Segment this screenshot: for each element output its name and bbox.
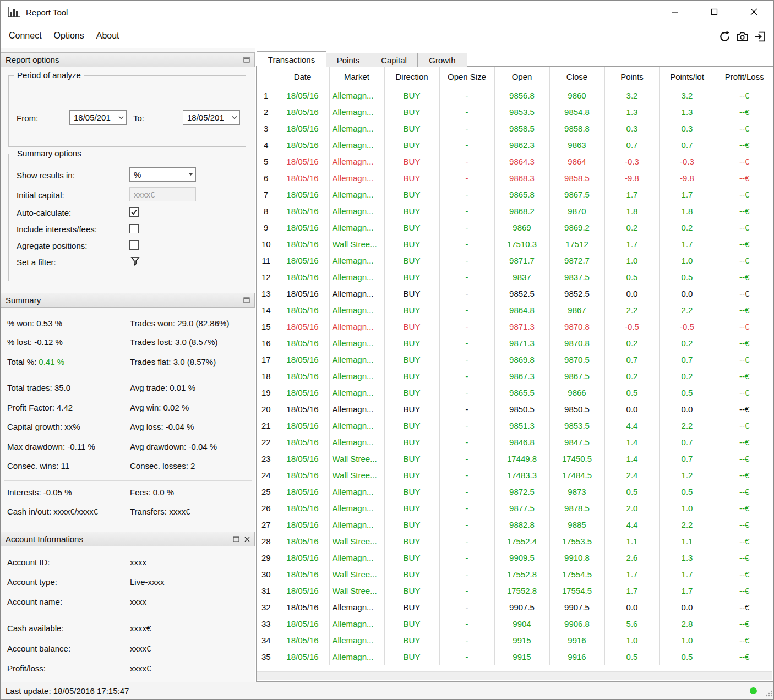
table-row[interactable]: 1218/05/16Allemagn...BUY-98379837.50.50.… [257, 269, 774, 285]
close-panel-icon[interactable] [244, 537, 250, 542]
tab-points[interactable]: Points [326, 53, 370, 67]
table-row[interactable]: 3018/05/16Wall Stree...BUY-17552.817554.… [257, 566, 774, 582]
tab-transactions[interactable]: Transactions [257, 51, 326, 68]
table-row[interactable]: 118/05/16Allemagn...BUY-9856.898603.23.2… [257, 87, 774, 103]
set-filter-label: Set a filter: [17, 258, 56, 267]
close-cell: 9858.5 [549, 169, 604, 186]
table-row[interactable]: 1618/05/16Allemagn...BUY-9871.39870.80.2… [257, 335, 774, 351]
profit-loss-cell: --€ [715, 599, 774, 615]
table-row[interactable]: 2918/05/16Allemagn...BUY-9909.59910.82.6… [257, 549, 774, 566]
filter-funnel-icon[interactable] [130, 256, 140, 267]
include-interests-checkbox[interactable] [129, 224, 139, 233]
direction-cell: BUY [384, 103, 439, 120]
show-results-select[interactable]: % [129, 167, 196, 182]
to-date-select[interactable]: 18/05/201 [183, 110, 240, 125]
float-panel-icon[interactable] [233, 536, 239, 542]
table-row[interactable]: 1918/05/16Allemagn...BUY-9865.598660.50.… [257, 384, 774, 401]
date-cell: 18/05/16 [276, 351, 329, 368]
float-panel-icon[interactable] [243, 297, 250, 303]
open-size-cell: - [439, 153, 494, 169]
table-row[interactable]: 218/05/16Allemagn...BUY-9853.59854.81.31… [257, 103, 774, 120]
table-row[interactable]: 3218/05/16Allemagn...BUY-9907.59907.50.0… [257, 599, 774, 615]
menu-connect[interactable]: Connect [3, 26, 48, 45]
table-row[interactable]: 1118/05/16Allemagn...BUY-9871.79872.71.0… [257, 252, 774, 269]
header-row-number[interactable] [257, 67, 276, 87]
maximize-button[interactable] [694, 1, 734, 23]
table-row[interactable]: 3418/05/16Allemagn...BUY-991599161.01.0-… [257, 632, 774, 648]
header-open-size[interactable]: Open Size [439, 67, 494, 87]
close-button[interactable] [734, 1, 773, 23]
initial-capital-label: Initial capital: [17, 190, 64, 200]
table-row[interactable]: 1418/05/16Allemagn...BUY-9864.898672.22.… [257, 302, 774, 318]
initial-capital-input[interactable] [129, 187, 196, 201]
agregate-positions-checkbox[interactable] [129, 240, 139, 250]
close-cell: 17512 [549, 236, 604, 252]
profit-loss-cell: --€ [715, 368, 774, 384]
table-row[interactable]: 2718/05/16Allemagn...BUY-9882.898854.42.… [257, 516, 774, 533]
table-row[interactable]: 1718/05/16Allemagn...BUY-9869.89870.50.7… [257, 351, 774, 368]
table-row[interactable]: 718/05/16Allemagn...BUY-9865.89867.51.71… [257, 186, 774, 203]
table-row[interactable]: 2618/05/16Allemagn...BUY-9877.59878.52.0… [257, 500, 774, 516]
menu-about[interactable]: About [90, 26, 126, 45]
summary-stat: Cash in/out: xxxx€/xxxx€ [7, 507, 98, 516]
table-row[interactable]: 318/05/16Allemagn...BUY-9858.59858.80.30… [257, 120, 774, 136]
table-row[interactable]: 2318/05/16Wall Stree...BUY-17449.817450.… [257, 450, 774, 467]
table-row[interactable]: 2518/05/16Allemagn...BUY-9872.598730.50.… [257, 483, 774, 500]
header-profit-loss[interactable]: Profit/Loss [715, 67, 774, 87]
table-row[interactable]: 1518/05/16Allemagn...BUY-9871.39870.8-0.… [257, 318, 774, 335]
table-row[interactable]: 3118/05/16Wall Stree...BUY-17552.817554.… [257, 582, 774, 599]
header-points-lot[interactable]: Points/lot [659, 67, 715, 87]
market-cell: Allemagn... [329, 153, 384, 169]
table-row[interactable]: 918/05/16Allemagn...BUY-98699869.20.20.2… [257, 219, 774, 236]
summary-title: Summary [6, 296, 41, 305]
resize-grip[interactable] [765, 689, 772, 698]
export-icon[interactable] [754, 30, 766, 42]
row-number: 23 [257, 450, 276, 467]
horizontal-scrollbar[interactable] [257, 671, 772, 680]
date-cell: 18/05/16 [276, 533, 329, 549]
table-row[interactable]: 1818/05/16Allemagn...BUY-9867.39867.50.2… [257, 368, 774, 384]
table-row[interactable]: 2818/05/16Wall Stree...BUY-17552.417553.… [257, 533, 774, 549]
table-row[interactable]: 1318/05/16Allemagn...BUY-9852.59852.50.0… [257, 285, 774, 302]
open-cell: 9865.8 [494, 186, 549, 203]
header-date[interactable]: Date [276, 67, 329, 87]
camera-icon[interactable] [736, 30, 748, 42]
summary-stat: Fees: 0.0 % [130, 488, 174, 497]
market-cell: Allemagn... [329, 103, 384, 120]
refresh-icon[interactable] [718, 30, 731, 42]
chevron-down-icon [118, 116, 124, 119]
tab-growth[interactable]: Growth [418, 53, 467, 67]
profit-loss-cell: --€ [715, 434, 774, 450]
auto-calculate-checkbox[interactable] [129, 207, 139, 217]
header-close[interactable]: Close [549, 67, 604, 87]
table-row[interactable]: 818/05/16Allemagn...BUY-9868.298701.81.8… [257, 203, 774, 219]
table-row[interactable]: 518/05/16Allemagn...BUY-9864.39864-0.3-0… [257, 153, 774, 169]
table-row[interactable]: 1018/05/16Wall Stree...BUY-17510.3175121… [257, 236, 774, 252]
header-points[interactable]: Points [604, 67, 659, 87]
minimize-button[interactable] [655, 1, 694, 23]
table-row[interactable]: 2418/05/16Wall Stree...BUY-17483.317484.… [257, 467, 774, 483]
header-open[interactable]: Open [494, 67, 549, 87]
points-cell: 0.5 [604, 483, 659, 500]
date-cell: 18/05/16 [276, 401, 329, 417]
table-row[interactable]: 618/05/16Allemagn...BUY-9868.39858.5-9.8… [257, 169, 774, 186]
from-date-select[interactable]: 18/05/201 [69, 110, 127, 125]
market-cell: Allemagn... [329, 351, 384, 368]
show-results-value: % [134, 170, 141, 179]
header-market[interactable]: Market [329, 67, 384, 87]
table-row[interactable]: 3318/05/16Allemagn...BUY-99049906.85.62.… [257, 615, 774, 632]
account-row: Account type: Live-xxxx [7, 577, 250, 588]
menu-options[interactable]: Options [48, 26, 90, 45]
open-cell: 17552.8 [494, 566, 549, 582]
tab-capital[interactable]: Capital [370, 53, 418, 67]
points-cell: -9.8 [604, 169, 659, 186]
direction-cell: BUY [384, 483, 439, 500]
float-panel-icon[interactable] [243, 57, 250, 63]
table-row[interactable]: 2018/05/16Allemagn...BUY-9850.59850.50.0… [257, 401, 774, 417]
table-row[interactable]: 3518/05/16Allemagn...BUY-991599160.50.5-… [257, 648, 774, 665]
table-row[interactable]: 418/05/16Allemagn...BUY-9862.398630.70.7… [257, 136, 774, 153]
table-row[interactable]: 2118/05/16Allemagn...BUY-9851.39853.54.4… [257, 417, 774, 434]
table-row[interactable]: 2218/05/16Allemagn...BUY-9846.89847.51.4… [257, 434, 774, 450]
date-cell: 18/05/16 [276, 566, 329, 582]
header-direction[interactable]: Direction [384, 67, 439, 87]
